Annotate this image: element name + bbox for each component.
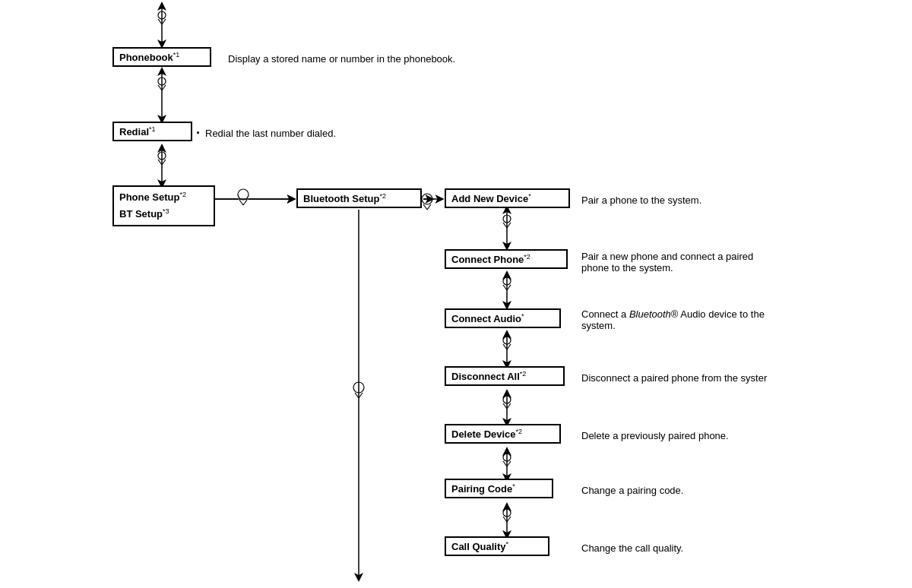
svg-point-49 (353, 382, 364, 393)
svg-line-47 (503, 517, 507, 522)
connect-audio-sup: * (521, 312, 524, 320)
svg-line-41 (503, 403, 507, 409)
disconnect-all-label: Disconnect All (451, 371, 520, 382)
add-new-device-box: Add New Device* (445, 188, 570, 208)
svg-point-27 (422, 194, 432, 204)
svg-line-39 (507, 344, 511, 349)
svg-point-43 (503, 454, 511, 461)
desc-phonebook: Display a stored name or number in the p… (228, 53, 455, 65)
redial-box: Redial*1 (112, 122, 192, 141)
delete-device-sup: *2 (516, 428, 523, 435)
redial-sup: *1 (149, 125, 156, 133)
pairing-code-box: Pairing Code* (445, 479, 553, 498)
svg-line-15 (162, 19, 166, 24)
svg-line-29 (427, 204, 431, 210)
connect-audio-box: Connect Audio* (445, 308, 561, 328)
delete-device-label: Delete Device (451, 428, 516, 440)
svg-point-22 (238, 189, 249, 200)
desc-add-new-device: Pair a phone to the system. (581, 194, 701, 206)
disconnect-all-box: Disconnect All*2 (445, 366, 565, 386)
phone-setup-label: Phone Setup*2 (119, 191, 186, 203)
svg-point-31 (503, 215, 511, 223)
svg-point-13 (158, 11, 166, 19)
bluetooth-setup-box: Bluetooth Setup*2 (296, 188, 422, 208)
pairing-code-sup: * (512, 482, 515, 490)
desc-connect-phone: Pair a new phone and connect a pairedpho… (581, 251, 753, 273)
svg-line-23 (239, 200, 243, 205)
svg-line-45 (507, 461, 511, 466)
desc-connect-audio: Connect a Bluetooth® Audio device to the… (581, 308, 765, 331)
desc-delete-device: Delete a previously paired phone. (581, 430, 729, 441)
svg-point-46 (503, 509, 511, 517)
svg-point-40 (503, 396, 511, 403)
svg-line-50 (355, 393, 359, 398)
svg-line-14 (158, 19, 162, 24)
bt-setup-label: BT Setup*3 (119, 208, 169, 220)
phonebook-label: Phonebook (119, 52, 173, 63)
phonebook-sup: *1 (173, 51, 180, 58)
connect-audio-label: Connect Audio (451, 313, 521, 324)
svg-point-34 (503, 277, 511, 285)
call-quality-label: Call Quality (451, 541, 506, 552)
svg-line-48 (507, 517, 511, 522)
svg-line-18 (162, 85, 166, 90)
svg-line-17 (158, 85, 162, 90)
connect-phone-label: Connect Phone (451, 254, 524, 265)
delete-device-box: Delete Device*2 (445, 424, 561, 444)
svg-line-32 (503, 223, 507, 228)
connect-phone-sup: *2 (524, 253, 530, 261)
svg-line-24 (243, 200, 247, 205)
call-quality-box: Call Quality* (445, 536, 549, 556)
redial-label: Redial (119, 126, 149, 138)
svg-line-42 (507, 403, 511, 409)
svg-line-36 (507, 285, 511, 290)
svg-line-35 (503, 285, 507, 290)
add-new-device-label: Add New Device (451, 193, 528, 204)
svg-line-51 (359, 393, 363, 398)
connect-phone-box: Connect Phone*2 (445, 249, 568, 269)
svg-point-16 (158, 77, 166, 85)
svg-line-33 (507, 223, 511, 228)
bluetooth-setup-sup: *2 (379, 192, 386, 200)
phone-setup-box: Phone Setup*2 BT Setup*3 (112, 185, 215, 226)
svg-line-44 (503, 461, 507, 466)
svg-line-21 (162, 160, 166, 165)
bluetooth-setup-label: Bluetooth Setup (303, 193, 379, 204)
phonebook-box: Phonebook*1 (112, 47, 211, 67)
svg-line-28 (423, 204, 427, 210)
svg-line-20 (158, 160, 162, 165)
redial-dot: · (196, 125, 200, 141)
desc-redial: Redial the last number dialed. (205, 128, 336, 139)
desc-disconnect-all: Disconnect a paired phone from the syste… (581, 372, 767, 384)
svg-point-37 (503, 337, 511, 344)
disconnect-all-sup: *2 (520, 370, 527, 378)
call-quality-sup: * (506, 540, 509, 548)
svg-point-19 (158, 152, 166, 160)
pairing-code-label: Pairing Code (451, 483, 512, 495)
desc-pairing-code: Change a pairing code. (581, 485, 683, 496)
svg-line-38 (503, 344, 507, 349)
desc-call-quality: Change the call quality. (581, 542, 683, 554)
add-new-device-sup: * (528, 192, 531, 200)
